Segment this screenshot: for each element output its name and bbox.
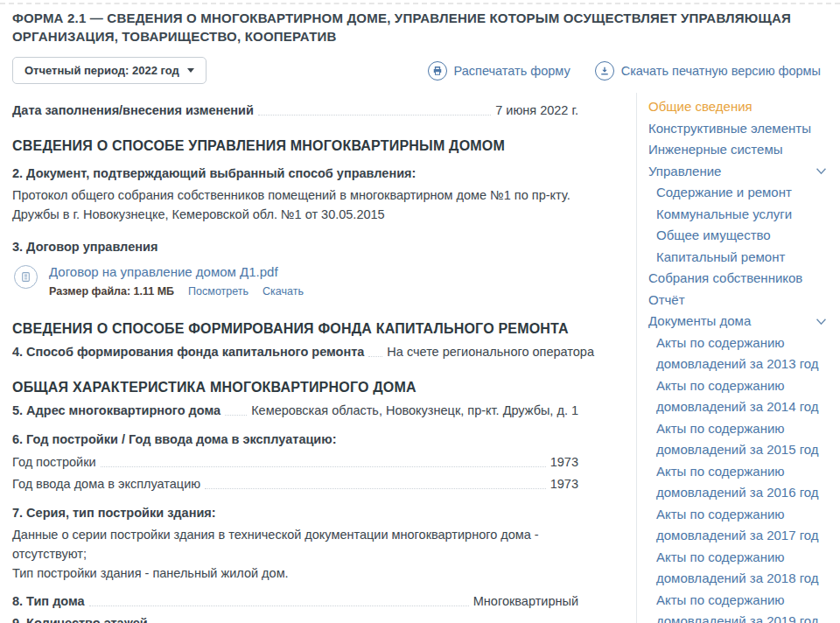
q2-text: Протокол общего собрания собственников п… bbox=[12, 186, 577, 224]
download-print-version-button[interactable]: Скачать печатную версию формы bbox=[595, 61, 821, 80]
file-size-label: Размер файла: 1.11 МБ bbox=[49, 285, 174, 298]
sidebar-item-acts-2019[interactable]: Акты по содержанию домовладений за 2019 … bbox=[648, 590, 827, 623]
sidebar-item-common-property[interactable]: Общее имущество bbox=[648, 225, 827, 247]
sidebar-item-label: Акты по содержанию домовладений за 2017 … bbox=[656, 504, 827, 547]
sidebar-item-label: Акты по содержанию домовладений за 2016 … bbox=[656, 461, 827, 504]
field-row-q5: 5. Адрес многоквартирного дома Кемеровск… bbox=[12, 403, 578, 418]
section-title-general-characteristics: ОБЩАЯ ХАРАКТЕРИСТИКА МНОГОКВАРТИРНОГО ДО… bbox=[12, 380, 578, 396]
sidebar-item-management[interactable]: Управление bbox=[648, 161, 827, 183]
q9-label: 9. Количество этажей bbox=[12, 616, 148, 623]
q3-label: 3. Договор управления bbox=[12, 238, 578, 256]
q5-label: 5. Адрес многоквартирного дома bbox=[12, 403, 220, 418]
q7-text-line1: Данные о серии постройки здания в технич… bbox=[12, 525, 577, 564]
page-header: ФОРМА 2.1 — СВЕДЕНИЯ О МНОГОКВАРТИРНОМ Д… bbox=[0, 0, 840, 84]
q7-text-line2: Тип постройки здания - панельный жилой д… bbox=[12, 564, 577, 583]
field-row-q6a: Год постройки 1973 bbox=[12, 455, 578, 470]
field-row-q8: 8. Тип дома Многоквартирный bbox=[12, 594, 578, 609]
toolbar: Отчетный период: 2022 год Распечатать фо… bbox=[12, 57, 826, 84]
sidebar-item-label: Инженерные системы bbox=[648, 139, 783, 161]
page-top-rule bbox=[0, 3, 840, 4]
sidebar-item-label: Акты по содержанию домовладений за 2018 … bbox=[656, 547, 827, 590]
sidebar-item-label: Акты по содержанию домовладений за 2015 … bbox=[656, 418, 827, 461]
file-attachment: Договор на управление домом Д1.pdf Разме… bbox=[14, 264, 578, 298]
q2-label: 2. Документ, подтверждающий выбранный сп… bbox=[12, 164, 578, 182]
sidebar-item-label: Содержание и ремонт bbox=[656, 182, 792, 204]
sidebar-item-label: Общие сведения bbox=[648, 96, 752, 118]
leader-line bbox=[368, 356, 382, 357]
fill-date-label: Дата заполнения/внесения изменений bbox=[12, 103, 254, 118]
sidebar-item-label: Коммунальные услуги bbox=[656, 204, 792, 226]
q4-value: На счете регионального оператора bbox=[387, 345, 594, 360]
document-icon bbox=[14, 265, 38, 289]
leader-line bbox=[89, 606, 469, 606]
sidebar-item-acts-2016[interactable]: Акты по содержанию домовладений за 2016 … bbox=[648, 461, 827, 504]
sidebar-item-label: Собрания собственников bbox=[648, 268, 802, 290]
chevron-down-icon bbox=[187, 68, 194, 73]
sidebar-item-acts-2018[interactable]: Акты по содержанию домовладений за 2018 … bbox=[648, 547, 827, 590]
printer-icon bbox=[428, 61, 447, 80]
q4-label: 4. Способ формирования фонда капитальног… bbox=[12, 345, 364, 360]
field-row-q6b: Год ввода дома в эксплуатацию 1973 bbox=[12, 477, 578, 492]
fill-date-value: 7 июня 2022 г. bbox=[495, 103, 578, 118]
field-row-fill-date: Дата заполнения/внесения изменений 7 июн… bbox=[12, 103, 578, 118]
sidebar-item-engineering-systems[interactable]: Инженерные системы bbox=[648, 139, 827, 161]
sidebar-item-label: Общее имущество bbox=[656, 225, 771, 247]
q5-value: Кемеровская область, Новокузнецк, пр-кт.… bbox=[251, 403, 578, 418]
sidebar-item-acts-2017[interactable]: Акты по содержанию домовладений за 2017 … bbox=[648, 504, 827, 547]
q6b-value: 1973 bbox=[550, 477, 578, 492]
sidebar-item-acts-2015[interactable]: Акты по содержанию домовладений за 2015 … bbox=[648, 418, 827, 461]
section-nav-sidebar: Общие сведения Конструктивные элементы И… bbox=[636, 93, 827, 623]
q6a-label: Год постройки bbox=[12, 455, 96, 470]
report-period-dropdown[interactable]: Отчетный период: 2022 год bbox=[12, 57, 206, 84]
sidebar-item-label: Акты по содержанию домовладений за 2013 … bbox=[656, 332, 827, 375]
sidebar-item-label: Управление bbox=[648, 161, 721, 183]
download-print-version-label: Скачать печатную версию формы bbox=[621, 64, 821, 78]
section-title-capital-repair-fund: СВЕДЕНИЯ О СПОСОБЕ ФОРМИРОВАНИЯ ФОНДА КА… bbox=[12, 321, 578, 337]
sidebar-item-label: Документы дома bbox=[648, 311, 751, 332]
sidebar-item-utilities[interactable]: Коммунальные услуги bbox=[648, 204, 827, 226]
print-form-label: Распечатать форму bbox=[454, 64, 570, 78]
sidebar-item-label: Конструктивные элементы bbox=[648, 118, 811, 140]
report-period-label: Отчетный период: 2022 год bbox=[24, 64, 179, 77]
field-row-q9: 9. Количество этажей bbox=[12, 616, 578, 623]
leader-line bbox=[225, 415, 247, 416]
leader-line bbox=[258, 115, 491, 116]
sidebar-item-label: Капитальный ремонт bbox=[656, 247, 785, 269]
file-name-link[interactable]: Договор на управление домом Д1.pdf bbox=[49, 264, 304, 279]
leader-line bbox=[205, 488, 546, 489]
file-view-link[interactable]: Посмотреть bbox=[188, 285, 248, 298]
sidebar-item-label: Отчёт bbox=[648, 290, 685, 312]
q8-value: Многоквартирный bbox=[473, 594, 578, 609]
sidebar-item-acts-2013[interactable]: Акты по содержанию домовладений за 2013 … bbox=[648, 332, 827, 375]
sidebar-item-owners-meetings[interactable]: Собрания собственников bbox=[648, 268, 827, 290]
chevron-down-icon bbox=[816, 167, 827, 175]
file-meta: Размер файла: 1.11 МБ Посмотреть Скачать bbox=[49, 285, 304, 298]
q6a-value: 1973 bbox=[550, 455, 578, 470]
toolbar-actions: Распечатать форму Скачать печатную верси… bbox=[428, 61, 821, 80]
field-row-q4: 4. Способ формирования фонда капитальног… bbox=[12, 345, 578, 360]
sidebar-item-report[interactable]: Отчёт bbox=[648, 290, 827, 312]
sidebar-item-house-documents[interactable]: Документы дома bbox=[648, 311, 827, 332]
sidebar-item-label: Акты по содержанию домовладений за 2014 … bbox=[656, 375, 827, 418]
sidebar-item-capital-repair[interactable]: Капитальный ремонт bbox=[648, 247, 827, 269]
q8-label: 8. Тип дома bbox=[12, 594, 85, 609]
leader-line bbox=[101, 466, 546, 467]
form-main-column: Дата заполнения/внесения изменений 7 июн… bbox=[12, 93, 578, 623]
q6b-label: Год ввода дома в эксплуатацию bbox=[12, 477, 200, 492]
chevron-down-icon bbox=[816, 318, 827, 326]
print-form-button[interactable]: Распечатать форму bbox=[428, 61, 570, 80]
page-title: ФОРМА 2.1 — СВЕДЕНИЯ О МНОГОКВАРТИРНОМ Д… bbox=[12, 9, 826, 46]
content: Дата заполнения/внесения изменений 7 июн… bbox=[0, 93, 840, 623]
download-icon bbox=[595, 61, 614, 80]
sidebar-item-general-info[interactable]: Общие сведения bbox=[648, 96, 827, 118]
q7-label: 7. Серия, тип постройки здания: bbox=[12, 504, 578, 522]
sidebar-item-label: Акты по содержанию домовладений за 2019 … bbox=[656, 590, 827, 623]
file-download-link[interactable]: Скачать bbox=[262, 285, 304, 298]
sidebar-item-acts-2014[interactable]: Акты по содержанию домовладений за 2014 … bbox=[648, 375, 827, 418]
sidebar-item-maintenance-repair[interactable]: Содержание и ремонт bbox=[648, 182, 827, 204]
file-attachment-body: Договор на управление домом Д1.pdf Разме… bbox=[49, 264, 304, 298]
q6-label: 6. Год постройки / Год ввода дома в эксп… bbox=[12, 430, 578, 448]
section-title-management-method: СВЕДЕНИЯ О СПОСОБЕ УПРАВЛЕНИЯ МНОГОКВАРТ… bbox=[12, 138, 578, 154]
sidebar-item-structural-elements[interactable]: Конструктивные элементы bbox=[648, 118, 827, 140]
